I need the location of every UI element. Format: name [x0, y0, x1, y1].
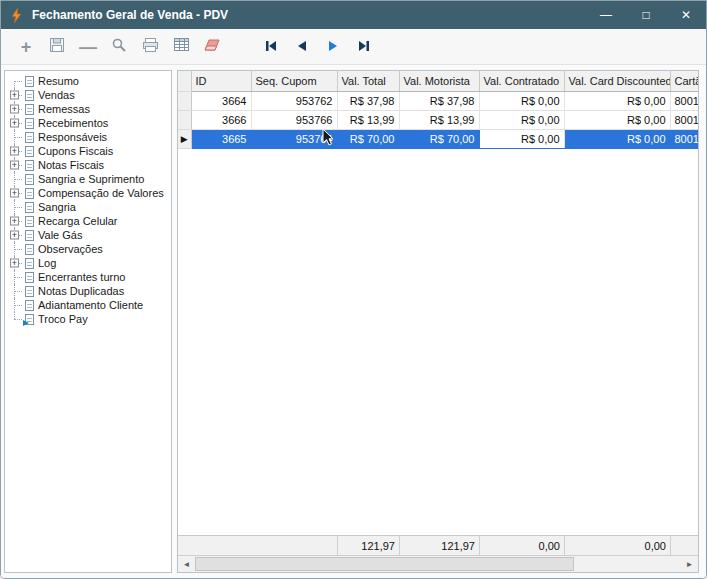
- cell-val-card-discounted[interactable]: R$ 0,00: [564, 110, 670, 129]
- document-icon: [25, 132, 34, 143]
- scrollbar-thumb[interactable]: [195, 557, 574, 571]
- maximize-button[interactable]: □: [626, 1, 666, 29]
- total-val-card-discounted: 0,00: [564, 536, 670, 555]
- column-header-val-total[interactable]: Val. Total: [337, 71, 399, 91]
- expand-plus-icon[interactable]: +: [10, 161, 19, 170]
- nav-first-button[interactable]: [258, 34, 284, 60]
- cell-val-total[interactable]: R$ 13,99: [337, 110, 399, 129]
- tree-item-troco-pay[interactable]: Troco Pay: [8, 312, 171, 326]
- toolbar: + —: [1, 29, 706, 65]
- tree-item-notas-fiscais[interactable]: +Notas Fiscais: [8, 158, 171, 172]
- document-icon: [25, 272, 34, 283]
- cell-seq-cupom[interactable]: 953764: [251, 129, 337, 148]
- column-header-val-contratado[interactable]: Val. Contratado: [479, 71, 564, 91]
- tree-item-vale-gas[interactable]: +Vale Gás: [8, 228, 171, 242]
- document-icon: [25, 76, 34, 87]
- column-header-val-card-discounted[interactable]: Val. Card Discounted: [564, 71, 670, 91]
- row-indicator-cell: [178, 110, 191, 129]
- search-icon: [111, 37, 127, 57]
- expand-plus-icon[interactable]: +: [10, 217, 19, 226]
- total-val-motorista: 121,97: [399, 536, 479, 555]
- tree-item-cupons-fiscais[interactable]: +Cupons Fiscais: [8, 144, 171, 158]
- tree-item-label: Vendas: [38, 89, 75, 101]
- table-row[interactable]: 3664 953762 R$ 37,98 R$ 37,98 R$ 0,00 R$…: [178, 91, 699, 110]
- clear-button[interactable]: [199, 34, 225, 60]
- nav-next-button[interactable]: [320, 34, 346, 60]
- expand-plus-icon[interactable]: +: [10, 259, 19, 268]
- table-icon: [173, 37, 190, 56]
- print-icon: [142, 37, 159, 57]
- grid-view-button[interactable]: [168, 34, 194, 60]
- expand-plus-icon[interactable]: +: [10, 231, 19, 240]
- expand-plus-icon[interactable]: +: [10, 105, 19, 114]
- expand-plus-icon[interactable]: +: [10, 147, 19, 156]
- tree-item-recarga-celular[interactable]: +Recarga Celular: [8, 214, 171, 228]
- nav-prev-button[interactable]: [289, 34, 315, 60]
- cell-val-motorista[interactable]: R$ 37,98: [399, 91, 479, 110]
- add-button[interactable]: +: [13, 34, 39, 60]
- tree-item-vendas[interactable]: +Vendas: [8, 88, 171, 102]
- tree-item-notas-duplicadas[interactable]: Notas Duplicadas: [8, 284, 171, 298]
- cell-cartao[interactable]: 8001: [670, 110, 699, 129]
- tree-item-log[interactable]: +Log: [8, 256, 171, 270]
- cell-val-contratado[interactable]: R$ 0,00: [479, 129, 564, 148]
- delete-button[interactable]: —: [75, 34, 101, 60]
- tree-item-resumo[interactable]: Resumo: [8, 74, 171, 88]
- grid-corner: [178, 71, 191, 91]
- cell-seq-cupom[interactable]: 953762: [251, 91, 337, 110]
- cell-val-card-discounted[interactable]: R$ 0,00: [564, 129, 670, 148]
- cell-id[interactable]: 3664: [191, 91, 251, 110]
- tree-item-sangria-e-suprimento[interactable]: Sangria e Suprimento: [8, 172, 171, 186]
- close-button[interactable]: ✕: [666, 1, 706, 29]
- cell-id[interactable]: 3665: [191, 129, 251, 148]
- row-indicator-cell: [178, 91, 191, 110]
- navigation-tree: Resumo +Vendas +Remessas +Recebimentos R…: [5, 74, 171, 326]
- tree-item-responsaveis[interactable]: Responsáveis: [8, 130, 171, 144]
- cell-val-total[interactable]: R$ 37,98: [337, 91, 399, 110]
- column-header-seq-cupom[interactable]: Seq. Cupom: [251, 71, 337, 91]
- tree-item-label: Recebimentos: [38, 117, 108, 129]
- tree-item-compensacao-de-valores[interactable]: +Compensação de Valores: [8, 186, 171, 200]
- print-button[interactable]: [137, 34, 163, 60]
- cell-cartao[interactable]: 8001: [670, 129, 699, 148]
- scroll-right-icon[interactable]: ►: [681, 556, 698, 572]
- tree-item-adiantamento-cliente[interactable]: Adiantamento Cliente: [8, 298, 171, 312]
- cell-cartao[interactable]: 8001: [670, 91, 699, 110]
- expand-plus-icon[interactable]: +: [10, 189, 19, 198]
- scroll-left-icon[interactable]: ◄: [178, 556, 195, 572]
- nav-first-icon: [264, 38, 278, 56]
- column-header-cartao[interactable]: Cartã: [670, 71, 699, 91]
- cell-id[interactable]: 3666: [191, 110, 251, 129]
- tree-item-observacoes[interactable]: Observações: [8, 242, 171, 256]
- tree-item-label: Resumo: [38, 75, 79, 87]
- row-indicator-cell: ▶: [178, 129, 191, 148]
- scrollbar-track[interactable]: [195, 556, 681, 572]
- titlebar[interactable]: Fechamento Geral de Venda - PDV — □ ✕: [1, 1, 706, 29]
- tree-item-sangria[interactable]: Sangria: [8, 200, 171, 214]
- cell-val-motorista[interactable]: R$ 13,99: [399, 110, 479, 129]
- document-icon: [25, 90, 34, 101]
- document-icon: [25, 230, 34, 241]
- cell-val-contratado[interactable]: R$ 0,00: [479, 91, 564, 110]
- cell-val-card-discounted[interactable]: R$ 0,00: [564, 91, 670, 110]
- cell-val-total[interactable]: R$ 70,00: [337, 129, 399, 148]
- expand-plus-icon[interactable]: +: [10, 119, 19, 128]
- tree-item-encerrantes-turno[interactable]: Encerrantes turno: [8, 270, 171, 284]
- column-header-val-motorista[interactable]: Val. Motorista: [399, 71, 479, 91]
- save-button[interactable]: [44, 34, 70, 60]
- table-row[interactable]: 3666 953766 R$ 13,99 R$ 13,99 R$ 0,00 R$…: [178, 110, 699, 129]
- table-row-selected[interactable]: ▶ 3665 953764 R$ 70,00 R$ 70,00 R$ 0,00 …: [178, 129, 699, 148]
- cell-val-motorista[interactable]: R$ 70,00: [399, 129, 479, 148]
- search-button[interactable]: [106, 34, 132, 60]
- minimize-button[interactable]: —: [586, 1, 626, 29]
- cell-val-contratado[interactable]: R$ 0,00: [479, 110, 564, 129]
- column-header-id[interactable]: ID: [191, 71, 251, 91]
- grid-empty-area: [178, 149, 698, 536]
- horizontal-scrollbar[interactable]: ◄ ►: [178, 555, 698, 572]
- expand-plus-icon[interactable]: +: [10, 91, 19, 100]
- tree-item-remessas[interactable]: +Remessas: [8, 102, 171, 116]
- tree-item-recebimentos[interactable]: +Recebimentos: [8, 116, 171, 130]
- total-val-contratado: 0,00: [479, 536, 564, 555]
- nav-last-button[interactable]: [351, 34, 377, 60]
- cell-seq-cupom[interactable]: 953766: [251, 110, 337, 129]
